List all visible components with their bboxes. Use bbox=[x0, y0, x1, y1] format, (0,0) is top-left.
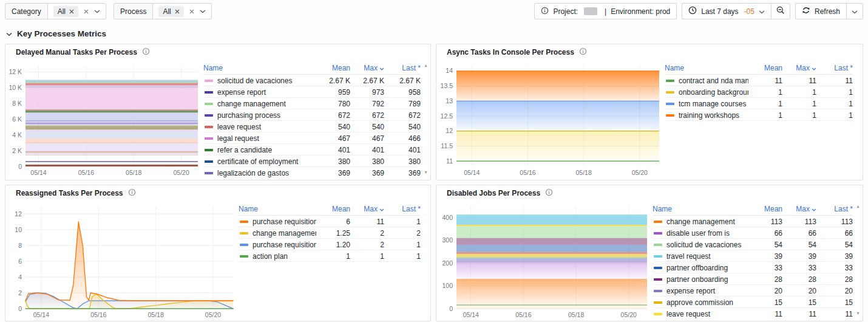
legend-col-mean[interactable]: Mean bbox=[316, 205, 350, 213]
time-range-picker[interactable]: Last 7 days -05 bbox=[682, 3, 771, 19]
chip-remove-icon[interactable] bbox=[69, 9, 74, 14]
legend-row[interactable]: travel request 39 39 39 bbox=[653, 250, 853, 262]
legend-col-name[interactable]: Name bbox=[665, 64, 748, 72]
filter-clear-icon[interactable] bbox=[84, 9, 89, 14]
time-series-chart[interactable]: 02 K4 K6 K8 K10 K12 K05/1405/1605/1805/2… bbox=[5, 60, 201, 180]
scroll-down-icon[interactable]: ▼ bbox=[856, 311, 860, 315]
legend-row[interactable]: change management 113 113 113 bbox=[653, 216, 853, 227]
filter-process: Process All bbox=[114, 3, 212, 19]
legend-col-max[interactable]: Max bbox=[782, 205, 816, 213]
legend-col-last[interactable]: Last * bbox=[816, 64, 853, 72]
zoom-out-button[interactable] bbox=[771, 3, 790, 19]
legend-col-max[interactable]: Max bbox=[782, 64, 816, 72]
project-environment-button[interactable]: Project: | Environment: prod bbox=[534, 3, 677, 19]
legend-row[interactable]: leave request 11 11 11 bbox=[653, 308, 853, 319]
legend-row[interactable]: solicitud de vacaciones 2.67 K 2.67 K 2.… bbox=[203, 75, 421, 86]
time-series-chart[interactable]: 010020030040005/1405/1605/1805/20 bbox=[436, 201, 650, 321]
legend-col-mean[interactable]: Mean bbox=[316, 64, 350, 72]
legend-table: Name Mean Max Last * solicitud de vacaci… bbox=[201, 60, 430, 178]
refresh-interval-dropdown[interactable] bbox=[846, 3, 863, 19]
svg-text:2 K: 2 K bbox=[12, 147, 22, 154]
legend-row[interactable]: purchase requisition invoices 6 11 1 bbox=[239, 216, 421, 227]
panel-title[interactable]: Delayed Manual Tasks Per Process bbox=[16, 48, 137, 57]
panel-title[interactable]: Reassigned Tasks Per Process bbox=[16, 189, 123, 197]
filter-process-chip[interactable]: All bbox=[158, 6, 183, 17]
legend-col-last[interactable]: Last * bbox=[816, 205, 853, 213]
legend-row[interactable]: purchasing process 672 672 672 bbox=[203, 109, 421, 121]
series-color-swatch bbox=[205, 149, 213, 151]
time-series-chart[interactable]: 02468101205/1405/1605/1805/20 bbox=[5, 201, 236, 321]
svg-text:8: 8 bbox=[18, 242, 22, 249]
svg-text:4 K: 4 K bbox=[12, 131, 22, 139]
legend-row[interactable]: onboarding background checks 1 1 1 bbox=[665, 86, 853, 98]
legend-row[interactable]: partner offboarding 33 33 33 bbox=[653, 262, 853, 273]
legend-row[interactable]: refer a candidate 401 401 401 bbox=[203, 144, 421, 156]
row-toggle[interactable]: Key Processes Metrics bbox=[6, 28, 868, 39]
filter-category-chip[interactable]: All bbox=[53, 6, 78, 17]
svg-text:400: 400 bbox=[442, 214, 453, 221]
legend-col-max[interactable]: Max bbox=[350, 205, 384, 213]
time-series-chart[interactable]: 1111.51212.51313.51405/1405/1605/1805/20 bbox=[436, 60, 662, 180]
info-circle-icon[interactable] bbox=[579, 47, 587, 58]
svg-text:05/14: 05/14 bbox=[33, 311, 49, 318]
legend-col-name[interactable]: Name bbox=[203, 64, 316, 72]
svg-text:05/18: 05/18 bbox=[147, 311, 163, 318]
legend-row[interactable]: change management 1.25 2 2 bbox=[239, 227, 421, 239]
legend-col-last[interactable]: Last * bbox=[384, 205, 421, 213]
legend-row[interactable]: training workshops 1 1 1 bbox=[665, 109, 853, 121]
info-circle-icon[interactable] bbox=[142, 47, 150, 58]
chevron-down-icon bbox=[852, 7, 858, 16]
svg-text:6 K: 6 K bbox=[12, 115, 22, 123]
svg-text:11.5: 11.5 bbox=[441, 142, 453, 149]
series-color-swatch bbox=[240, 232, 248, 235]
legend-row[interactable]: solicitud de vacaciones 54 54 54 bbox=[653, 239, 853, 250]
legend-col-mean[interactable]: Mean bbox=[748, 205, 782, 213]
chip-remove-icon[interactable] bbox=[175, 9, 180, 14]
svg-text:05/20: 05/20 bbox=[173, 169, 189, 176]
svg-text:8 K: 8 K bbox=[12, 100, 22, 107]
legend-row[interactable]: contract and nda management 11 11 11 bbox=[665, 75, 853, 86]
legend-row[interactable]: approve commission 15 15 15 bbox=[653, 296, 853, 308]
svg-text:05/14: 05/14 bbox=[463, 311, 479, 318]
info-circle-icon[interactable] bbox=[128, 188, 136, 199]
legend-row[interactable]: legal request 467 467 466 bbox=[203, 132, 421, 144]
legend-table: Name Mean Max Last * purchase requisitio… bbox=[236, 201, 430, 319]
series-color-swatch bbox=[666, 114, 674, 117]
legend-row[interactable]: tcm manage courses 1 1 1 bbox=[665, 98, 853, 109]
panel-title[interactable]: Disabled Jobs Per Process bbox=[447, 189, 540, 197]
info-circle-icon[interactable] bbox=[545, 188, 553, 199]
legend-row[interactable]: certificate of employment 380 380 380 bbox=[203, 156, 421, 167]
legend-col-mean[interactable]: Mean bbox=[748, 64, 782, 72]
filter-process-label: Process bbox=[114, 4, 153, 19]
panel-title[interactable]: Async Tasks In Console Per Process bbox=[447, 48, 574, 57]
filter-clear-icon[interactable] bbox=[189, 9, 194, 14]
legend-row[interactable]: purchase requisition 1.20 2 1 bbox=[239, 239, 421, 250]
svg-text:12: 12 bbox=[15, 210, 22, 218]
series-color-swatch bbox=[654, 221, 662, 223]
series-color-swatch bbox=[654, 290, 662, 292]
legend-col-name[interactable]: Name bbox=[653, 205, 748, 213]
svg-text:0: 0 bbox=[18, 163, 22, 170]
chevron-down-icon[interactable] bbox=[94, 10, 100, 13]
legend-row[interactable]: action plan 1 1 1 bbox=[239, 250, 421, 262]
panel-reassigned-tasks: Reassigned Tasks Per Process 02468101205… bbox=[5, 185, 431, 321]
scroll-down-icon[interactable]: ▼ bbox=[424, 170, 428, 174]
legend-row[interactable]: partner onboarding 28 28 28 bbox=[653, 273, 853, 285]
legend-col-max[interactable]: Max bbox=[350, 64, 384, 72]
svg-text:05/20: 05/20 bbox=[621, 311, 637, 318]
legend-col-name[interactable]: Name bbox=[239, 205, 316, 213]
scroll-up-icon[interactable]: ▲ bbox=[424, 63, 428, 67]
legend-row[interactable]: disable user from is 66 66 66 bbox=[653, 227, 853, 239]
chevron-down-icon[interactable] bbox=[200, 10, 206, 13]
legend-row[interactable]: expense report 20 20 20 bbox=[653, 285, 853, 296]
refresh-button[interactable]: Refresh bbox=[795, 3, 846, 19]
refresh-label: Refresh bbox=[815, 7, 840, 16]
legend-row[interactable]: leave request 540 540 540 bbox=[203, 121, 421, 132]
clock-icon bbox=[688, 6, 697, 16]
legend-row[interactable]: legalización de gastos 369 369 369 bbox=[203, 167, 421, 178]
legend-col-last[interactable]: Last * bbox=[384, 64, 421, 72]
legend-row[interactable]: change management 780 792 789 bbox=[203, 98, 421, 109]
legend-row[interactable]: expense report 959 973 958 bbox=[203, 86, 421, 98]
svg-text:200: 200 bbox=[442, 259, 453, 267]
scroll-up-icon[interactable]: ▲ bbox=[856, 204, 860, 208]
